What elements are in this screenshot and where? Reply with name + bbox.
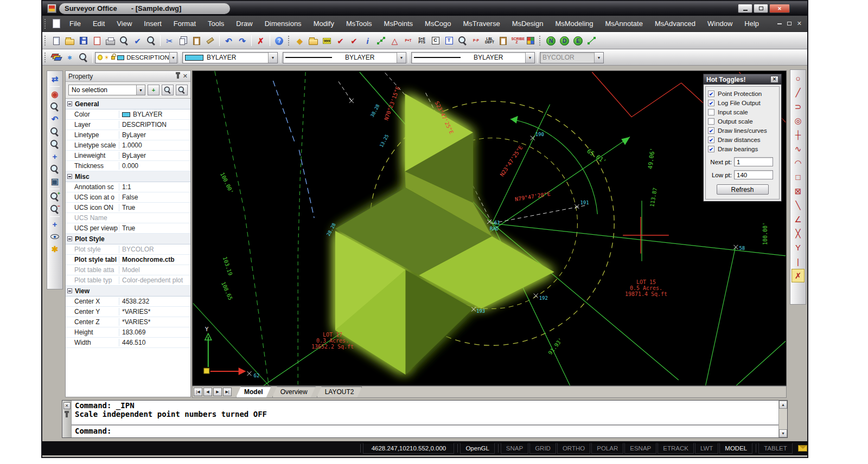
last-tab-button[interactable]: ▶| [223,388,232,396]
flash-button[interactable]: ✱ [48,243,61,255]
mail-icon[interactable] [798,445,807,452]
layer-combo[interactable]: ☀ DESCRIPTION ▼ [95,52,177,63]
viewport-button[interactable]: ▣ [48,175,61,188]
property-row[interactable]: Center X4538.232 [66,297,190,307]
hot-toggles-close-button[interactable]: ✕ [770,76,778,83]
property-value[interactable]: True [119,204,190,211]
menu-window[interactable]: Window [701,17,738,30]
menu-tools[interactable]: Tools [202,17,230,30]
menu-format[interactable]: Format [168,17,202,30]
open-button[interactable] [63,34,76,48]
menu-mspoints[interactable]: MsPoints [378,17,419,30]
find-button[interactable] [144,34,158,48]
paste-button[interactable] [190,34,203,48]
print-preview-button[interactable] [117,34,131,48]
property-row[interactable]: LayerDESCRIPTION [66,120,190,130]
mdi-doc-icon[interactable] [53,19,60,28]
measure-tool[interactable]: | [792,255,805,268]
property-row[interactable]: Plot table typColor-dependent plot [66,275,190,286]
point-to-point-button[interactable]: P·P [469,34,483,48]
property-value[interactable]: BYCOLOR [119,246,190,253]
linetype-dropdown-button[interactable]: ▼ [397,53,406,63]
property-value[interactable]: 446.510 [119,339,190,346]
dynamic-view-button[interactable]: ⇄ [48,73,61,85]
status-toggle-lwt[interactable]: LWT [695,443,718,454]
mdi-minimize-icon[interactable] [777,23,782,24]
mdi-close-icon[interactable]: ✕ [797,20,802,27]
close-button[interactable]: ✕ [769,4,790,13]
property-value[interactable]: 183.069 [119,328,190,336]
zoom-extents-button[interactable] [48,125,61,138]
renderer-indicator[interactable]: OpenGL [460,443,494,454]
menu-draw[interactable]: Draw [230,17,258,30]
low-pt-input[interactable] [734,170,773,179]
view-eye-button[interactable] [48,230,61,243]
delete-button[interactable]: ✗ [254,34,267,48]
property-row[interactable]: ColorBYLAYER [66,109,190,120]
property-row[interactable]: Center Z*VARIES* [66,317,190,327]
layer-dropdown-button[interactable]: ▼ [169,53,177,63]
new-button[interactable] [49,34,63,48]
layer-manager-button[interactable] [49,50,63,65]
spline-tool[interactable]: ∿ [792,142,805,156]
zoom-object-button[interactable] [48,163,61,175]
collapse-icon[interactable] [67,288,72,293]
report-button[interactable] [496,34,510,48]
property-row[interactable]: Center Y*VARIES* [66,307,190,317]
menu-msadvanced[interactable]: MsAdvanced [649,17,701,30]
segment-tool[interactable]: ╲ [792,198,805,212]
undo-button[interactable]: ↶ [222,34,235,48]
command-history[interactable]: Command: _IPN Scale independent point nu… [72,401,778,426]
checkbox-icon[interactable] [708,118,714,125]
menu-modify[interactable]: Modify [308,17,340,30]
zoom-button[interactable] [48,100,61,113]
property-row[interactable]: Linetype scale1.0000 [66,140,190,151]
line-point-tool[interactable]: ╱ [792,86,805,99]
orbit-button[interactable]: ◉ [48,88,61,100]
tab-overview[interactable]: Overview [272,386,316,397]
checkbox-icon[interactable] [708,109,714,115]
pan-button[interactable]: + [48,218,61,230]
property-value[interactable]: False [119,194,190,201]
spell-check-button[interactable]: ✔ [131,34,144,48]
format-painter-button[interactable] [203,34,217,48]
property-section-misc[interactable]: Misc [66,171,190,182]
scroll-down-icon[interactable]: ▼ [779,429,787,437]
menu-mstools[interactable]: MsTools [340,17,378,30]
property-row[interactable]: UCS per viewpTrue [66,223,190,234]
property-row[interactable]: Plot table attaModel [66,265,190,275]
menu-file[interactable]: File [63,17,87,30]
property-value[interactable]: ByLayer [119,152,190,159]
property-value[interactable]: 1.0000 [119,141,190,149]
property-row[interactable]: UCS Name [66,213,190,223]
point-import-button[interactable] [307,34,320,48]
property-section-general[interactable]: General [66,99,190,109]
property-value[interactable]: DESCRIPTION [119,121,190,128]
scroll-track[interactable] [779,409,787,429]
property-row[interactable]: Height183.069 [66,327,190,338]
branch-tool[interactable]: Y [792,241,805,254]
hot-toggle-point-protection[interactable]: ✔Point Protection [708,89,777,98]
checkbox-icon[interactable]: ✔ [708,137,714,143]
cut-button[interactable]: ✂ [163,34,176,48]
menu-dimensions[interactable]: Dimensions [259,17,308,30]
menu-help[interactable]: Help [738,17,765,30]
property-value[interactable]: 1:1 [119,183,190,191]
scribe-button[interactable]: SCRIBE Z [510,34,524,48]
menu-msmodeling[interactable]: MsModeling [549,17,599,30]
hot-toggle-log-file-output[interactable]: ✔Log File Output [708,98,777,107]
scroll-up-icon[interactable]: ▲ [779,401,787,409]
property-value[interactable]: 4538.232 [119,298,190,305]
help-button[interactable]: ? [272,34,286,48]
verify-button[interactable]: ✔ [334,34,347,48]
status-toggle-polar[interactable]: POLAR [591,443,623,454]
zoom-out-button[interactable]: − [48,203,61,215]
hot-toggle-draw-bearings[interactable]: ✔Draw bearings [708,144,777,153]
checkbox-icon[interactable]: ✔ [708,127,714,134]
collapse-icon[interactable] [67,174,72,179]
hot-toggle-input-scale[interactable]: Input scale [708,107,777,117]
checkbox-icon[interactable]: ✔ [708,100,714,106]
break-tool[interactable]: ⊃ [792,100,805,113]
property-section-view[interactable]: View [66,286,190,297]
property-row[interactable]: Width446.510 [66,338,190,348]
